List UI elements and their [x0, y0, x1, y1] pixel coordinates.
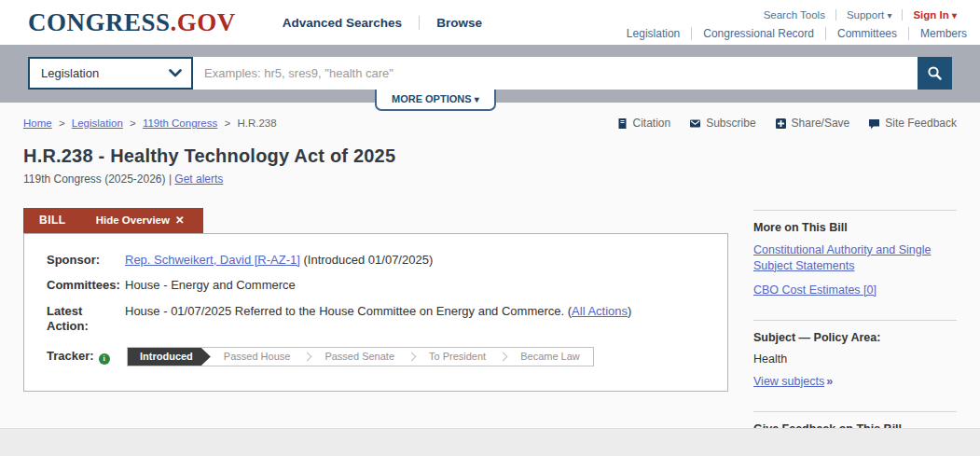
share-icon — [775, 117, 787, 130]
subscribe-button[interactable]: Subscribe — [689, 117, 755, 130]
secondary-nav: Legislation Congressional Record Committ… — [615, 27, 967, 40]
tracker-step-passed-senate: Passed Senate — [311, 351, 407, 364]
more-on-this-bill-section: More on This Bill Constitutional Authori… — [753, 211, 957, 320]
subject-heading: Subject — Policy Area: — [753, 331, 957, 344]
committees-row: Committees: House - Energy and Commerce — [47, 278, 705, 293]
search-input[interactable] — [193, 57, 918, 90]
utility-nav: Search Tools Support ▾ Sign In ▾ — [753, 9, 967, 21]
breadcrumb-current: H.R.238 — [237, 117, 276, 129]
tracker-step-became-law: Became Law — [507, 351, 593, 364]
committees-label: Committees: — [47, 278, 125, 293]
advanced-searches-link[interactable]: Advanced Searches — [266, 16, 419, 30]
chevron-right-icon — [499, 352, 508, 362]
latest-action-row: Latest Action: House - 01/07/2025 Referr… — [47, 304, 705, 335]
breadcrumb-legislation[interactable]: Legislation — [72, 117, 123, 129]
nav-committees[interactable]: Committees — [825, 27, 908, 40]
breadcrumb-separator: > — [59, 117, 65, 129]
logo-congress-text: CONGRESS — [28, 8, 171, 36]
breadcrumb-separator: > — [224, 117, 230, 129]
nav-congressional-record[interactable]: Congressional Record — [691, 27, 825, 40]
double-arrow-icon: » — [826, 374, 833, 390]
nav-legislation[interactable]: Legislation — [615, 27, 691, 40]
tracker-info-icon[interactable]: i — [99, 353, 110, 365]
subject-value: Health — [753, 352, 957, 366]
sponsor-link[interactable]: Rep. Schweikert, David [R-AZ-1] — [125, 253, 300, 267]
chevron-right-icon — [303, 352, 312, 362]
sponsor-label: Sponsor: — [47, 253, 125, 268]
share-save-button[interactable]: Share/Save — [775, 117, 850, 130]
bill-tracker-stepper: Introduced Passed House Passed Senate To… — [127, 347, 594, 366]
search-tools-link[interactable]: Search Tools — [753, 9, 835, 21]
chevron-right-icon — [407, 352, 417, 362]
chevron-down-icon: ▾ — [887, 10, 891, 21]
main-columns: BILL Hide Overview ✕ Sponsor: Rep. Schwe… — [23, 208, 957, 456]
sign-in-menu[interactable]: Sign In ▾ — [902, 9, 967, 21]
citation-button[interactable]: Citation — [616, 117, 671, 130]
search-icon — [927, 65, 943, 81]
page: CONGRESS.GOV Advanced Searches Browse Se… — [0, 0, 980, 456]
top-header: CONGRESS.GOV Advanced Searches Browse Se… — [0, 0, 980, 45]
more-on-this-bill-heading: More on This Bill — [753, 221, 957, 234]
logo-gov-text: .GOV — [171, 8, 236, 36]
citation-icon — [616, 117, 628, 130]
close-icon: ✕ — [175, 214, 185, 227]
chevron-down-icon — [169, 69, 182, 77]
search-scope-select[interactable]: Legislation — [28, 57, 193, 90]
site-feedback-button[interactable]: Site Feedback — [868, 117, 957, 130]
tracker-step-introduced: Introduced — [128, 348, 211, 366]
search-band: Legislation MORE OPTIONS ▾ — [0, 45, 980, 103]
view-subjects-link[interactable]: View subjects» — [753, 374, 833, 390]
tracker-label: Tracker:i — [47, 349, 125, 365]
tracker-row: Tracker:i Introduced Passed House Passed… — [47, 347, 705, 366]
hide-overview-button[interactable]: Hide Overview ✕ — [96, 214, 185, 227]
constitutional-authority-link[interactable]: Constitutional Authority and Single Subj… — [753, 242, 957, 274]
breadcrumb-congress[interactable]: 119th Congress — [143, 117, 217, 129]
get-alerts-link[interactable]: Get alerts — [174, 173, 223, 186]
paren-close: ) — [628, 304, 631, 318]
feedback-icon — [868, 117, 880, 130]
chevron-down-icon: ▾ — [475, 94, 479, 104]
sponsor-value: Rep. Schweikert, David [R-AZ-1] (Introdu… — [125, 253, 433, 268]
chevron-down-icon: ▾ — [952, 10, 957, 21]
breadcrumb-separator: > — [130, 117, 136, 129]
all-actions-link[interactable]: All Actions — [572, 304, 628, 318]
footer-strip — [0, 428, 980, 456]
page-title: H.R.238 - Healthy Technology Act of 2025 — [23, 145, 957, 167]
cbo-cost-estimates-link[interactable]: CBO Cost Estimates [0] — [753, 283, 876, 298]
congress-years: 119th Congress (2025-2026) | — [23, 173, 172, 186]
breadcrumb-home[interactable]: Home — [23, 117, 52, 129]
page-actions: Citation Subscribe Share/Save Site Feedb… — [616, 117, 958, 130]
congress-gov-logo[interactable]: CONGRESS.GOV — [28, 8, 236, 37]
committees-value: House - Energy and Commerce — [125, 278, 296, 293]
support-menu[interactable]: Support ▾ — [835, 9, 903, 21]
breadcrumb: Home > Legislation > 119th Congress > H.… — [23, 117, 277, 129]
congress-subtitle: 119th Congress (2025-2026) | Get alerts — [23, 173, 957, 186]
nav-members[interactable]: Members — [908, 27, 967, 40]
bill-tab-label: BILL — [39, 214, 66, 227]
subject-policy-area-section: Subject — Policy Area: Health View subje… — [753, 321, 957, 411]
breadcrumb-row: Home > Legislation > 119th Congress > H.… — [23, 117, 957, 130]
search-scope-value: Legislation — [41, 66, 99, 80]
tracker-step-to-president: To President — [416, 351, 499, 364]
bill-tab[interactable]: BILL Hide Overview ✕ — [23, 208, 203, 233]
browse-link[interactable]: Browse — [419, 16, 499, 30]
primary-nav: Advanced Searches Browse — [266, 16, 499, 30]
left-column: BILL Hide Overview ✕ Sponsor: Rep. Schwe… — [23, 208, 728, 456]
more-options-toggle[interactable]: MORE OPTIONS ▾ — [375, 90, 496, 111]
sponsor-introduced-note: (Introduced 01/07/2025) — [303, 253, 433, 267]
search-bar: Legislation — [28, 57, 952, 90]
content: Home > Legislation > 119th Congress > H.… — [0, 103, 980, 456]
tracker-step-passed-house: Passed House — [211, 351, 304, 364]
sidebar: More on This Bill Constitutional Authori… — [753, 208, 957, 456]
bill-overview-panel: Sponsor: Rep. Schweikert, David [R-AZ-1]… — [23, 233, 728, 392]
latest-action-label: Latest Action: — [47, 304, 125, 335]
subscribe-icon — [689, 117, 701, 130]
search-button[interactable] — [918, 57, 952, 90]
header-right: Search Tools Support ▾ Sign In ▾ Legisla… — [615, 6, 967, 40]
latest-action-value: House - 01/07/2025 Referred to the House… — [125, 304, 631, 335]
sponsor-row: Sponsor: Rep. Schweikert, David [R-AZ-1]… — [47, 253, 705, 268]
